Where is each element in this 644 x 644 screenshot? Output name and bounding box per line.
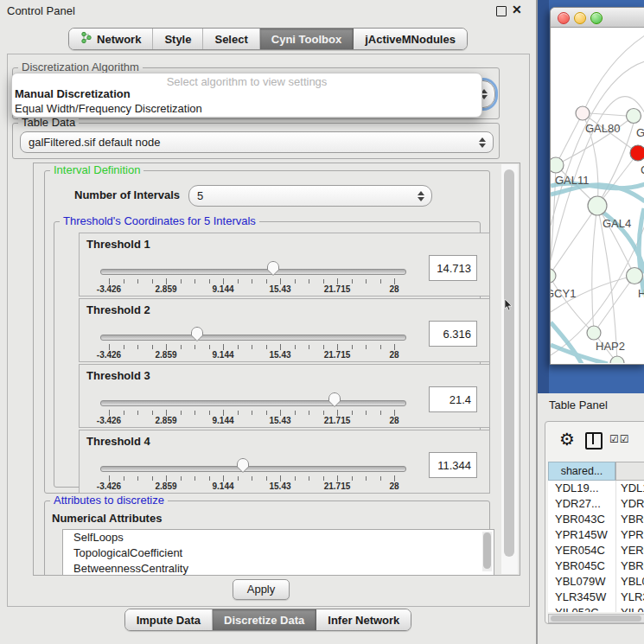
slider-tick <box>337 410 338 416</box>
attribute-list-item[interactable]: TopologicalCoefficient <box>63 545 494 561</box>
dropdown-option-equal-width[interactable]: Equal Width/Frequency Discretization <box>15 102 202 115</box>
interval-definition-group: Interval Definition Number of Intervals … <box>44 170 490 494</box>
slider-tick-label: -3.426 <box>97 350 121 360</box>
attribute-list-item[interactable]: BetweennessCentrality <box>63 561 494 576</box>
threshold-3-value-field[interactable]: 21.4 <box>429 386 477 412</box>
tab-infer-label: Infer Network <box>328 614 399 627</box>
tab-discretize-data[interactable]: Discretize Data <box>213 609 316 630</box>
close-traffic-light-icon[interactable] <box>558 12 570 24</box>
tab-impute-data[interactable]: Impute Data <box>125 609 213 630</box>
node-hap2[interactable] <box>587 326 601 340</box>
node-gal11[interactable] <box>551 157 564 173</box>
cell-name: YBR0 <box>621 558 644 574</box>
tab-infer-network[interactable]: Infer Network <box>316 609 411 630</box>
threshold-2-slider <box>109 326 394 345</box>
node-gal80[interactable] <box>576 106 590 120</box>
dropdown-option-manual[interactable]: Manual Discretization <box>15 87 131 100</box>
slider-tick-label: -3.426 <box>97 416 121 425</box>
tab-jactivemnodules[interactable]: jActiveMNodules <box>354 29 467 49</box>
slider-tick <box>238 476 239 481</box>
column-header-name[interactable]: na <box>615 462 644 481</box>
horizontal-scrollbar-thumb[interactable] <box>551 615 641 622</box>
slider-tick <box>380 279 381 284</box>
slider-tick <box>337 278 338 284</box>
tab-style[interactable]: Style <box>153 29 203 49</box>
slider-tick <box>394 475 395 481</box>
apply-button[interactable]: Apply <box>233 579 290 600</box>
panel-scrollbar-thumb[interactable] <box>504 169 514 557</box>
slider-tick <box>295 345 296 349</box>
control-panel-titlebar: Control Panel ✕ <box>0 0 536 21</box>
node-gal4[interactable] <box>588 196 607 215</box>
cell-name: YDR2 <box>621 496 644 512</box>
threshold-1-slider <box>109 260 394 279</box>
tab-cyni-toolbox[interactable]: Cyni Toolbox <box>260 29 354 49</box>
table-row[interactable]: YBR043CYBR0 <box>548 512 644 527</box>
tab-select[interactable]: Select <box>203 29 259 49</box>
threshold-1-value-field[interactable]: 14.713 <box>429 255 477 281</box>
control-panel-title: Control Panel <box>7 4 75 17</box>
table-data-combobox[interactable]: galFiltered.sif default node <box>20 131 494 153</box>
table-row[interactable]: YER054CYER0 <box>548 543 644 558</box>
column-header-shared[interactable]: shared... <box>548 462 615 481</box>
horizontal-scrollbar[interactable] <box>548 614 644 623</box>
slider-tick <box>352 279 353 284</box>
threshold-4-value-field[interactable]: 11.344 <box>429 452 477 478</box>
table-row[interactable]: YBL079WYBL0 <box>548 574 644 590</box>
list-scrollbar[interactable] <box>482 532 492 571</box>
numerical-attributes-list: SelfLoopsTopologicalCoefficientBetweenne… <box>62 529 494 576</box>
table-row[interactable]: YIL052CYIL0 <box>548 605 644 612</box>
table-row[interactable]: YBR045CYBR0 <box>548 558 644 574</box>
panel-scrollbar-track[interactable] <box>501 164 518 574</box>
slider-tick <box>309 279 309 284</box>
column-layout-icon[interactable] <box>585 432 603 450</box>
slider-tick <box>337 344 338 350</box>
network-canvas[interactable]: GAL80 GA C GAL11 GAL4 GCY1 H HAP2 <box>551 28 644 363</box>
slider-tick-label: 2.859 <box>155 284 176 294</box>
node[interactable] <box>627 109 641 124</box>
zoom-traffic-light-icon[interactable] <box>590 12 603 24</box>
cell-shared-name: YLR345W <box>555 590 606 605</box>
bottom-tab-bar: Impute Data Discretize Data Infer Networ… <box>0 609 536 631</box>
threshold-2-value-field[interactable]: 6.316 <box>429 321 477 347</box>
slider-tick <box>124 345 124 349</box>
slider-tick <box>181 411 182 415</box>
algorithm-dropdown-popup: Select algorithm to view settings Manual… <box>11 73 482 118</box>
number-of-intervals-combobox[interactable]: 5 <box>188 185 432 207</box>
node[interactable] <box>627 268 643 284</box>
slider-tick <box>209 279 210 284</box>
table-row[interactable]: YPR145WYPR1 <box>548 527 644 543</box>
slider-thumb[interactable] <box>190 326 204 342</box>
slider-thumb[interactable] <box>266 260 280 277</box>
gear-icon[interactable]: ⚙ <box>559 429 575 450</box>
table-row[interactable]: YDL19...YDL1 <box>548 481 644 496</box>
node-gcy1[interactable] <box>551 269 556 283</box>
tab-network[interactable]: Network <box>69 29 153 49</box>
table-rows: YDL19...YDL1YDR27...YDR2YBR043CYBR0YPR14… <box>548 481 644 612</box>
network-window-titlebar[interactable] <box>551 8 644 28</box>
attribute-list-item[interactable]: SelfLoops <box>63 530 494 545</box>
slider-tick <box>181 476 182 481</box>
slider-thumb[interactable] <box>328 392 341 408</box>
table-row[interactable]: YLR345WYLR3 <box>548 590 644 605</box>
checkbox-columns-icon[interactable]: ☑☑ <box>609 433 630 445</box>
number-of-intervals-label: Number of Intervals <box>74 188 180 201</box>
float-window-icon[interactable] <box>496 6 507 16</box>
cell-name: YBR0 <box>621 512 644 527</box>
cell-shared-name: YDL19... <box>555 481 599 496</box>
slider-tick-label: 15.43 <box>269 416 290 425</box>
slider-tick <box>394 278 395 284</box>
minimize-traffic-light-icon[interactable] <box>574 12 586 24</box>
node-red[interactable] <box>630 145 644 161</box>
table-row[interactable]: YDR27...YDR2 <box>548 496 644 512</box>
slider-tick <box>109 475 110 481</box>
slider-tick <box>323 345 324 349</box>
slider-tick-labels: -3.4262.8599.14415.4321.71528 <box>109 350 394 360</box>
cell-name: YER0 <box>621 543 644 558</box>
slider-tick <box>266 476 267 481</box>
slider-tick <box>380 345 381 349</box>
network-nodes[interactable] <box>551 106 644 363</box>
close-icon[interactable]: ✕ <box>512 3 522 16</box>
slider-tick <box>209 476 210 481</box>
slider-thumb[interactable] <box>236 457 250 474</box>
